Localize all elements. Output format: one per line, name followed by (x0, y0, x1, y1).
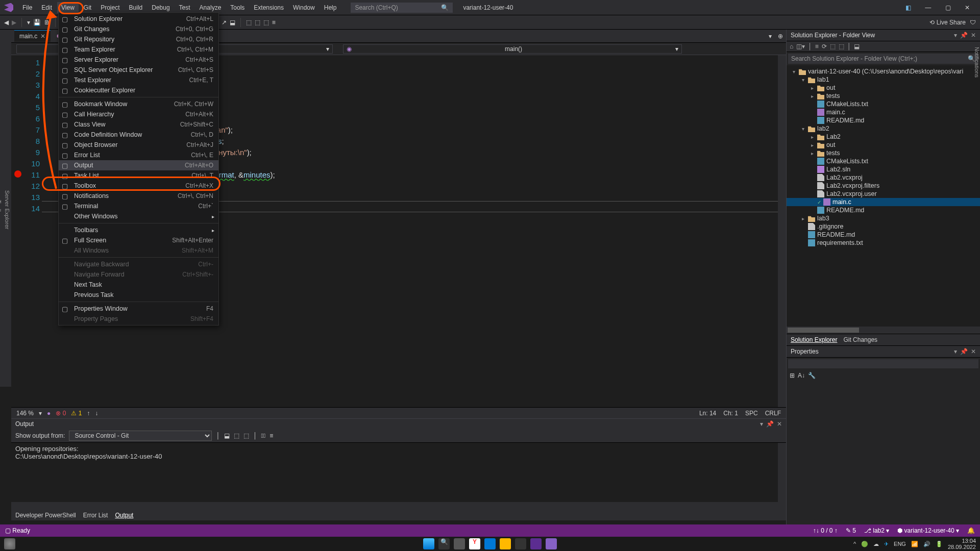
view-menu-other-windows[interactable]: Other Windows (59, 211, 218, 221)
view-menu-full-screen[interactable]: ▢Full ScreenShift+Alt+Enter (59, 235, 218, 245)
output-h-scrollbar[interactable] (11, 502, 786, 510)
tree-item[interactable]: Lab2.vcxproj.filters (787, 182, 980, 190)
home-icon[interactable]: ⌂ (790, 43, 793, 50)
tab-error-list[interactable]: Error List (83, 512, 108, 519)
editor-scrollbar[interactable] (778, 55, 786, 418)
close-icon[interactable]: ✕ (777, 420, 782, 428)
tree-item[interactable]: ✓main.c (787, 198, 980, 206)
categorize-icon[interactable]: ⊞ (790, 372, 795, 379)
close-icon[interactable]: ✕ (971, 348, 976, 355)
close-button[interactable]: ✕ (959, 1, 976, 14)
view-menu-output[interactable]: ▢OutputCtrl+Alt+O (59, 160, 218, 170)
view-menu-cookiecutter-explorer[interactable]: ▢Cookiecutter Explorer (59, 85, 218, 95)
pin-icon[interactable]: 📌 (766, 420, 774, 428)
view-menu-class-view[interactable]: ▢Class ViewCtrl+Shift+C (59, 119, 218, 130)
view-menu-error-list[interactable]: ▢Error ListCtrl+\, E (59, 150, 218, 160)
tree-item[interactable]: Lab2.vcxproj.user (787, 190, 980, 198)
git-repo[interactable]: ⬢ variant-12-user-40 ▾ (897, 527, 959, 534)
output-text[interactable]: Opening repositories: C:\Users\anond\Des… (11, 443, 786, 502)
tree-h-scrollbar[interactable] (787, 327, 980, 334)
view-menu-team-explorer[interactable]: ▢Team ExplorerCtrl+\, Ctrl+M (59, 44, 218, 55)
view-menu-notifications[interactable]: ▢NotificationsCtrl+\, Ctrl+N (59, 191, 218, 201)
view-menu-git-changes[interactable]: ▢Git ChangesCtrl+0, Ctrl+G (59, 24, 218, 34)
admin-icon[interactable]: 🛡 (970, 19, 976, 26)
nav-fwd-icon[interactable]: ▶ (12, 19, 16, 26)
view-menu-call-hierarchy[interactable]: ▢Call HierarchyCtrl+Alt+K (59, 109, 218, 119)
view-menu-test-explorer[interactable]: ▢Test ExplorerCtrl+E, T (59, 75, 218, 85)
view-menu-properties-window[interactable]: ▢Properties WindowF4 (59, 304, 218, 314)
toolbar-icon[interactable]: ⬓ (854, 43, 860, 50)
prev-issue-icon[interactable]: ↑ (87, 410, 90, 417)
mail-icon[interactable] (484, 538, 496, 549)
view-menu-terminal[interactable]: ▢TerminalCtrl+` (59, 201, 218, 211)
menu-file[interactable]: File (18, 2, 36, 13)
clear-icon[interactable]: ✕⃞ (261, 432, 265, 439)
tree-item[interactable]: README.md (787, 231, 980, 239)
tray-chevron-icon[interactable]: ^ (853, 541, 856, 547)
tray-icon[interactable]: ☁ (873, 541, 879, 547)
view-menu-toolbars[interactable]: Toolbars (59, 225, 218, 235)
notifications-tab[interactable]: Notifications (970, 44, 980, 78)
toolbar-icon[interactable]: ⬓ (230, 19, 235, 26)
view-menu-object-browser[interactable]: ▢Object BrowserCtrl+Alt+J (59, 140, 218, 150)
tree-item[interactable]: README.md (787, 206, 980, 214)
tree-item[interactable]: ▸tests (787, 149, 980, 157)
tree-item[interactable]: ▸Lab2 (787, 133, 980, 141)
minimize-button[interactable]: — (919, 1, 937, 14)
new-icon[interactable]: ▾ (27, 19, 30, 26)
view-menu-server-explorer[interactable]: ▢Server ExplorerCtrl+Alt+S (59, 55, 218, 65)
git-sync[interactable]: ↑↓ 0 / 0 ↑ (813, 527, 838, 534)
eol-mode[interactable]: CRLF (765, 410, 781, 417)
alphabetical-icon[interactable]: A↓ (798, 372, 805, 379)
tree-item[interactable]: Lab2.vcxproj (787, 173, 980, 182)
language-indicator[interactable]: ENG (894, 541, 906, 547)
tree-item[interactable]: ▾lab1 (787, 76, 980, 84)
scope-function[interactable]: ◉ main()▾ (343, 44, 682, 54)
view-menu-git-repository[interactable]: ▢Git RepositoryCtrl+0, Ctrl+R (59, 34, 218, 44)
char-col[interactable]: Ch: 1 (723, 410, 738, 417)
close-icon[interactable]: ✕ (40, 33, 45, 40)
warning-count[interactable]: ⚠ 1 (71, 410, 82, 417)
menu-edit[interactable]: Edit (37, 2, 56, 13)
tab-powershell[interactable]: Developer PowerShell (15, 512, 76, 519)
tab-git-changes[interactable]: Git Changes (843, 336, 877, 343)
toolbar-icon[interactable]: ≡ (815, 43, 819, 50)
menu-help[interactable]: Help (320, 2, 341, 13)
output-scrollbar[interactable] (778, 443, 786, 502)
nav-back-icon[interactable]: ◀ (4, 19, 9, 26)
clock[interactable]: 13:0428.09.2022 (948, 538, 976, 550)
taskview-icon[interactable] (454, 538, 465, 549)
switch-view-icon[interactable]: ◫▾ (796, 43, 805, 50)
toolbar-icon[interactable]: ⬚ (234, 432, 239, 439)
tree-item[interactable]: Lab2.sln (787, 165, 980, 173)
tree-item[interactable]: ▸lab3 (787, 214, 980, 222)
tree-item[interactable]: CMakeLists.txt (787, 157, 980, 165)
vs-installer-icon[interactable] (530, 538, 542, 549)
tree-item[interactable]: requirements.txt (787, 239, 980, 247)
toolbar-icon[interactable]: ≡ (272, 19, 276, 26)
save-icon[interactable]: 💾 (33, 19, 41, 26)
tree-item[interactable]: CMakeLists.txt (787, 100, 980, 108)
tree-item[interactable]: ▸tests (787, 92, 980, 100)
view-menu-next-task[interactable]: Next Task (59, 280, 218, 290)
menu-test[interactable]: Test (175, 2, 194, 13)
tray-telegram-icon[interactable]: ✈ (884, 541, 889, 547)
properties-selector[interactable] (788, 359, 978, 368)
wrap-icon[interactable]: ≡ (270, 432, 273, 439)
tree-item[interactable]: ▾variant-12-user-40 (C:\Users\anond\Desk… (787, 67, 980, 76)
close-icon[interactable]: ✕ (971, 32, 976, 39)
dropdown-icon[interactable]: ▾ (760, 420, 763, 428)
menu-git[interactable]: Git (80, 2, 95, 13)
menu-debug[interactable]: Debug (148, 2, 174, 13)
vs-icon[interactable] (546, 538, 557, 549)
dropdown-icon[interactable]: ▾ (954, 348, 957, 355)
menu-extensions[interactable]: Extensions (250, 2, 288, 13)
tab-output[interactable]: Output (115, 512, 133, 519)
error-count[interactable]: ⊗ 0 (56, 410, 66, 417)
start-icon[interactable] (423, 538, 434, 549)
toolbar-icon[interactable]: ⟳ (822, 43, 827, 50)
maximize-button[interactable]: ▢ (939, 1, 957, 14)
tab-overflow-icon[interactable]: ▾ (766, 33, 775, 40)
live-share-button[interactable]: ⟲ Live Share (929, 19, 966, 26)
view-menu-task-list[interactable]: ▢Task ListCtrl+\, T (59, 170, 218, 181)
